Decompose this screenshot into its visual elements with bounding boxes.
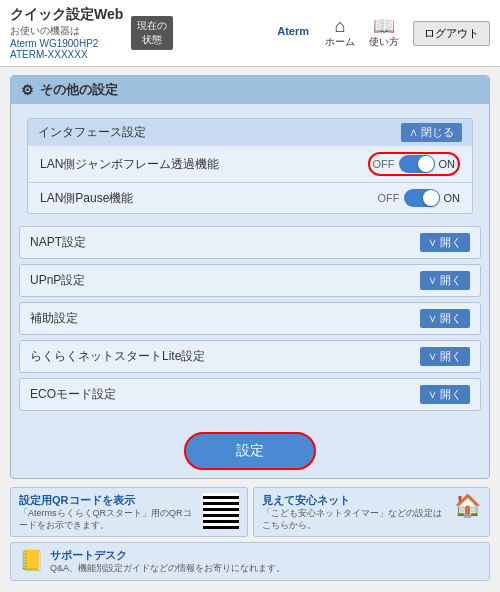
hojo-row[interactable]: 補助設定 ∨ 開く [19,302,481,335]
other-settings-card: ⚙ その他の設定 インタフェース設定 ∧ 閉じる LAN側ジャンボフレーム透過機… [10,75,490,479]
bottom-banners: 設定用QRコードを表示 「AtermsらくらくQRスタート」用のQRコードをお示… [10,487,490,537]
qr-title: 設定用QRコードを表示 [19,493,197,508]
gear-icon: ⚙ [21,82,34,98]
toggle-row-jumbo: LAN側ジャンボフレーム透過機能 OFF ON [28,146,472,183]
qr-text: 設定用QRコードを表示 「AtermsらくらくQRスタート」用のQRコードをお示… [19,493,197,531]
hojo-label: 補助設定 [30,310,78,327]
header-brand: クイック設定Web お使いの機器は Aterm WG1900HP2 ATERM-… [10,6,123,60]
expand-rows: NAPT設定 ∨ 開く UPnP設定 ∨ 開く 補助設定 ∨ 開く らくらくネッ… [11,226,489,422]
toggle-jumbo-knob [418,156,434,172]
interface-header: インタフェース設定 ∧ 閉じる [28,119,472,146]
app-title: クイック設定Web [10,6,123,24]
logout-button[interactable]: ログアウト [413,21,490,46]
section-title: その他の設定 [40,81,118,99]
rakuraku-row[interactable]: らくらくネットスタートLite設定 ∨ 開く [19,340,481,373]
toggle-jumbo-label: LAN側ジャンボフレーム透過機能 [40,156,360,173]
toggle-jumbo-on-label: ON [439,158,456,170]
napt-expand-btn[interactable]: ∨ 開く [420,233,470,252]
header-nav: Aterm ⌂ ホーム 📖 使い方 ログアウト [277,17,490,49]
hojo-expand-btn[interactable]: ∨ 開く [420,309,470,328]
toggle-jumbo-off-label: OFF [373,158,395,170]
support-icon: 📒 [19,548,44,572]
toggle-jumbo-switch[interactable] [399,155,435,173]
aterm-logo: Aterm [277,25,309,37]
upnp-label: UPnP設定 [30,272,85,289]
nav-home-label: ホーム [325,35,355,49]
device-name2: ATERM-XXXXXX [10,49,88,60]
header: クイック設定Web お使いの機器は Aterm WG1900HP2 ATERM-… [0,0,500,67]
eco-row[interactable]: ECOモード設定 ∨ 開く [19,378,481,411]
anzen-desc: 「こども安心ネットタイマー」などの設定はこちらから。 [262,508,449,531]
nav-help-label: 使い方 [369,35,399,49]
toggle-pause-switch[interactable] [404,189,440,207]
toggle-pause-container: OFF ON [378,189,461,207]
settings-button[interactable]: 設定 [184,432,316,470]
toggle-row-pause: LAN側Pause機能 OFF ON [28,183,472,213]
support-text: サポートデスク Q&A、機能別設定ガイドなどの情報をお寄りになれます。 [50,548,285,575]
toggle-pause-off-label: OFF [378,192,400,204]
qr-code-image [203,493,239,529]
eco-expand-btn[interactable]: ∨ 開く [420,385,470,404]
qr-desc: 「AtermsらくらくQRスタート」用のQRコードをお示できます。 [19,508,197,531]
status-button[interactable]: 現在の状態 [131,16,173,50]
toggle-pause-label: LAN側Pause機能 [40,190,370,207]
anzen-icon: 🏠 [454,493,481,519]
home-icon: ⌂ [335,17,346,35]
toggle-jumbo-highlight: OFF ON [368,152,461,176]
anzen-text: 見えて安心ネット 「こども安心ネットタイマー」などの設定はこちらから。 [262,493,449,531]
anzen-title: 見えて安心ネット [262,493,449,508]
collapse-button[interactable]: ∧ 閉じる [401,123,462,142]
rakuraku-label: らくらくネットスタートLite設定 [30,348,205,365]
header-left: クイック設定Web お使いの機器は Aterm WG1900HP2 ATERM-… [10,6,173,60]
interface-title: インタフェース設定 [38,124,146,141]
napt-label: NAPT設定 [30,234,86,251]
nav-home[interactable]: ⌂ ホーム [325,17,355,49]
section-header: ⚙ その他の設定 [11,76,489,104]
rakuraku-expand-btn[interactable]: ∨ 開く [420,347,470,366]
device-name1: Aterm WG1900HP2 [10,38,98,49]
interface-settings-area: インタフェース設定 ∧ 閉じる LAN側ジャンボフレーム透過機能 OFF ON [11,104,489,226]
device-label: お使いの機器は Aterm WG1900HP2 ATERM-XXXXXX [10,24,123,60]
eco-label: ECOモード設定 [30,386,116,403]
support-desc: Q&A、機能別設定ガイドなどの情報をお寄りになれます。 [50,563,285,575]
nav-help[interactable]: 📖 使い方 [369,17,399,49]
anzen-banner[interactable]: 見えて安心ネット 「こども安心ネットタイマー」などの設定はこちらから。 🏠 [253,487,491,537]
upnp-expand-btn[interactable]: ∨ 開く [420,271,470,290]
settings-btn-container: 設定 [11,422,489,478]
upnp-row[interactable]: UPnP設定 ∨ 開く [19,264,481,297]
toggle-pause-on-label: ON [444,192,461,204]
support-banner[interactable]: 📒 サポートデスク Q&A、機能別設定ガイドなどの情報をお寄りになれます。 [10,542,490,581]
support-title: サポートデスク [50,548,285,563]
qr-banner[interactable]: 設定用QRコードを表示 「AtermsらくらくQRスタート」用のQRコードをお示… [10,487,248,537]
help-icon: 📖 [373,17,395,35]
main-content: ⚙ その他の設定 インタフェース設定 ∧ 閉じる LAN側ジャンボフレーム透過機… [0,67,500,592]
interface-block: インタフェース設定 ∧ 閉じる LAN側ジャンボフレーム透過機能 OFF ON [27,118,473,214]
toggle-pause-knob [423,190,439,206]
napt-row[interactable]: NAPT設定 ∨ 開く [19,226,481,259]
